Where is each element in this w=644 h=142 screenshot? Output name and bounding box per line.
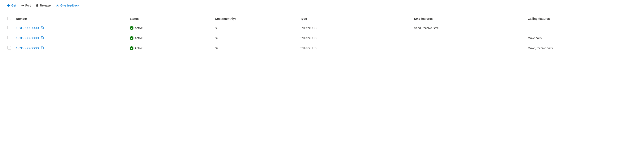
phone-number-link-2[interactable]: 1-833-XXX-XXXX (16, 47, 39, 50)
row-sms-cell-2 (412, 43, 525, 53)
row-number-cell-0: 1-833-XXX-XXXX (14, 23, 127, 33)
feedback-icon (56, 4, 59, 7)
phone-numbers-table: Number Status Cost (monthly) Type SMS fe… (5, 15, 639, 53)
row-cost-cell-2: $2 (212, 43, 298, 53)
row-number-cell-1: 1-833-XXX-XXXX (14, 33, 127, 43)
row-calling-cell-2: Make, receive calls (525, 43, 639, 53)
row-sms-cell-0: Send, receive SMS (412, 23, 525, 33)
header-calling: Calling features (525, 15, 639, 23)
get-label: Get (11, 4, 16, 7)
get-button[interactable]: Get (5, 3, 18, 9)
port-label: Port (26, 4, 31, 7)
header-sms: SMS features (412, 15, 525, 23)
header-type: Type (298, 15, 412, 23)
row-checkbox-cell-2 (5, 43, 14, 53)
svg-point-0 (57, 4, 58, 6)
header-checkbox-cell (5, 15, 14, 23)
phone-number-link-1[interactable]: 1-833-XXX-XXXX (16, 36, 39, 40)
row-number-cell-2: 1-833-XXX-XXXX (14, 43, 127, 53)
phone-number-link-0[interactable]: 1-833-XXX-XXXX (16, 26, 39, 30)
svg-rect-2 (42, 37, 44, 39)
status-text-2: Active (135, 47, 143, 50)
status-text-0: Active (135, 26, 143, 30)
copy-icon-2[interactable] (41, 46, 44, 50)
row-checkbox-cell-0 (5, 23, 14, 33)
row-status-cell-2: Active (127, 43, 212, 53)
status-text-1: Active (135, 36, 143, 40)
row-checkbox-1[interactable] (8, 36, 11, 39)
svg-rect-1 (42, 27, 44, 29)
row-cost-cell-0: $2 (212, 23, 298, 33)
row-checkbox-2[interactable] (8, 46, 11, 49)
feedback-button[interactable]: Give feedback (54, 3, 82, 9)
row-cost-cell-1: $2 (212, 33, 298, 43)
row-calling-cell-0 (525, 23, 639, 33)
row-checkbox-cell-1 (5, 33, 14, 43)
header-status: Status (127, 15, 212, 23)
copy-icon-0[interactable] (41, 26, 44, 30)
row-status-cell-1: Active (127, 33, 212, 43)
active-status-icon-1 (130, 36, 134, 40)
arrow-right-icon (21, 4, 24, 7)
active-status-icon-2 (130, 46, 134, 50)
release-label: Release (40, 4, 50, 7)
feedback-label: Give feedback (60, 4, 79, 7)
row-type-cell-1: Toll-free, US (298, 33, 412, 43)
port-button[interactable]: Port (19, 3, 33, 9)
row-type-cell-0: Toll-free, US (298, 23, 412, 33)
active-status-icon-0 (130, 26, 134, 30)
row-status-cell-0: Active (127, 23, 212, 33)
table-row: 1-833-XXX-XXXX Active $2 Toll (5, 43, 639, 53)
row-sms-cell-1 (412, 33, 525, 43)
header-number: Number (14, 15, 127, 23)
table-row: 1-833-XXX-XXXX Active $2 Toll (5, 23, 639, 33)
toolbar: Get Port Release (0, 0, 644, 11)
svg-rect-3 (42, 47, 44, 49)
table-header-row: Number Status Cost (monthly) Type SMS fe… (5, 15, 639, 23)
row-type-cell-2: Toll-free, US (298, 43, 412, 53)
select-all-checkbox[interactable] (8, 17, 11, 20)
row-checkbox-0[interactable] (8, 26, 11, 29)
row-calling-cell-1: Make calls (525, 33, 639, 43)
header-cost: Cost (monthly) (212, 15, 298, 23)
phone-numbers-table-container: Number Status Cost (monthly) Type SMS fe… (0, 11, 644, 57)
table-row: 1-833-XXX-XXXX Active $2 Toll (5, 33, 639, 43)
release-button[interactable]: Release (34, 3, 53, 9)
trash-icon (36, 4, 38, 7)
copy-icon-1[interactable] (41, 36, 44, 40)
plus-icon (7, 4, 10, 7)
